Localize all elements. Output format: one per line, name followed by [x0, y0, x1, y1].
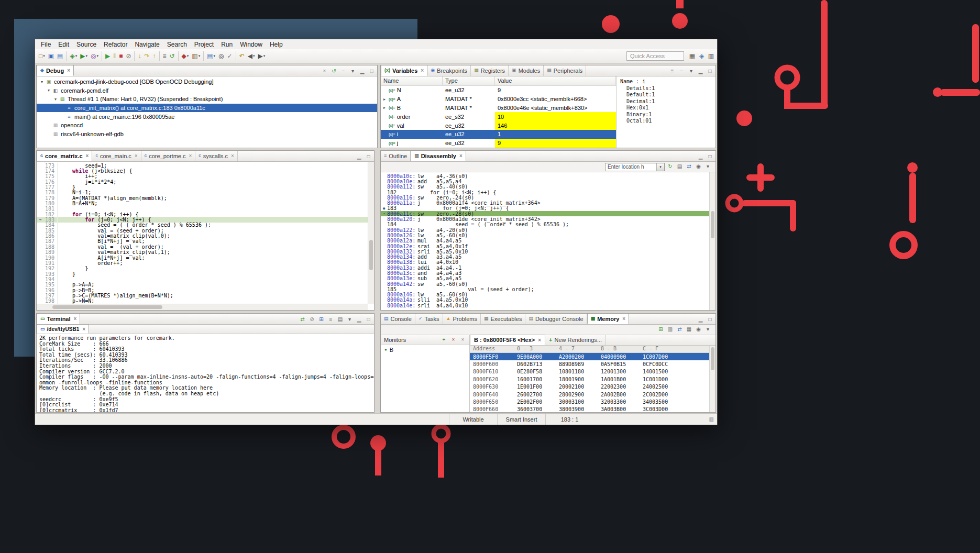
- disassembly-source-line[interactable]: 184 seed = ( ( order * seed ) % 65536 );: [381, 222, 709, 227]
- scrollbar-thumb[interactable]: [369, 240, 373, 270]
- tab-debugger-console[interactable]: ▤Debugger Console: [525, 313, 587, 324]
- disassembly-line[interactable]: 8000a122:lwa4,-20(s0): [381, 227, 709, 233]
- variable-row[interactable]: (x)=jee_u329: [381, 139, 616, 148]
- expander-icon[interactable]: ▾: [46, 88, 52, 93]
- menu-file[interactable]: File: [37, 40, 54, 49]
- code-line[interactable]: 181: [37, 206, 368, 212]
- memory-monitor-item[interactable]: ●B: [381, 345, 469, 354]
- new-c-file-button[interactable]: ▤▾: [205, 50, 217, 62]
- close-icon[interactable]: ×: [538, 337, 541, 343]
- restart-button[interactable]: ↺: [168, 50, 177, 62]
- variable-row[interactable]: (x)=orderee_s3210: [381, 112, 616, 121]
- tab-modules[interactable]: ▣Modules: [509, 65, 544, 76]
- chevron-down-icon[interactable]: ▾: [656, 163, 664, 171]
- variable-value-cell[interactable]: 10: [495, 112, 616, 121]
- view-menu-icon[interactable]: ▾: [346, 315, 354, 323]
- disassembly-line[interactable]: 8000a146:lwa5,-60(s0): [381, 292, 709, 297]
- close-icon[interactable]: ×: [231, 153, 234, 159]
- memory-cell[interactable]: D602B713: [514, 361, 556, 367]
- insert-mode-status[interactable]: Smart Insert: [497, 414, 545, 425]
- variable-row[interactable]: (x)=Nee_u329: [381, 86, 616, 95]
- tab-registers[interactable]: ▦Registers: [471, 65, 509, 76]
- variable-value-cell[interactable]: 146: [495, 121, 616, 130]
- memory-cell[interactable]: A2000200: [556, 354, 598, 360]
- code-line[interactable]: 185 val = (seed + order);: [37, 228, 368, 233]
- memory-cell[interactable]: 0E280F58: [514, 369, 556, 374]
- tab-core-main-c[interactable]: ccore_main.c×: [92, 150, 141, 161]
- code-line[interactable]: 193 }: [37, 271, 368, 276]
- new-terminal-icon[interactable]: ⊞: [317, 315, 325, 323]
- memory-cell[interactable]: 2A002B00: [598, 392, 640, 397]
- minimize-icon[interactable]: ▁: [697, 315, 704, 323]
- menu-source[interactable]: Source: [73, 40, 100, 49]
- editor-horizontal-scrollbar[interactable]: [37, 304, 368, 310]
- link-renderings-icon[interactable]: ⇄: [676, 325, 684, 333]
- disassembly-line[interactable]: 8000a13c:anda4,a4,a3: [381, 270, 709, 275]
- minimize-icon[interactable]: ▁: [355, 152, 363, 160]
- memory-cell[interactable]: 04000900: [598, 354, 640, 360]
- memory-cell[interactable]: 3C003D00: [640, 406, 681, 412]
- back-button[interactable]: ◀▾: [246, 50, 257, 62]
- expander-icon[interactable]: ▾: [52, 97, 59, 102]
- tab-debug[interactable]: ◈Debug×: [37, 65, 74, 76]
- disassembly-source-line[interactable]: 182 for (i=0; i<N; i++) {: [381, 190, 709, 195]
- code-line[interactable]: 174 while (j<blksize) {: [37, 168, 368, 173]
- debug-tree-item[interactable]: ▾◧coremark-pcmd.elf: [37, 86, 377, 95]
- disassembly-line[interactable]: 8000a12a:mula4,a4,a5: [381, 238, 709, 244]
- memory-cell[interactable]: 10801180: [556, 369, 598, 374]
- memory-cell[interactable]: 30003100: [556, 399, 598, 405]
- code-line[interactable]: 175 i++;: [37, 174, 368, 179]
- restart-process-icon[interactable]: ↺: [330, 67, 338, 75]
- code-line[interactable]: 194: [37, 276, 368, 282]
- scroll-lock-icon[interactable]: ≡: [327, 315, 335, 323]
- memory-cell[interactable]: 36003700: [514, 406, 556, 412]
- editor-vertical-scrollbar[interactable]: [368, 162, 374, 304]
- variable-row[interactable]: (x)=iee_u321: [381, 130, 616, 139]
- expander-icon[interactable]: ▸: [383, 97, 389, 102]
- memory-cell[interactable]: 0CFC0DCC: [640, 361, 681, 367]
- maximize-icon[interactable]: □: [368, 67, 376, 75]
- new-button[interactable]: □▾: [37, 50, 47, 62]
- menu-help[interactable]: Help: [266, 40, 287, 49]
- disassembly-line[interactable]: 8000a11a:j0x8000a1f4 <core_init_matrix+3…: [381, 200, 709, 205]
- column-header-value[interactable]: Value: [495, 76, 616, 85]
- close-icon[interactable]: ×: [82, 326, 85, 332]
- maximize-icon[interactable]: □: [706, 67, 714, 75]
- memory-cell[interactable]: 28002900: [556, 392, 598, 397]
- code-line[interactable]: →183 for (j=0; j<N; j++) {: [37, 217, 368, 222]
- code-line[interactable]: 187 B[i*N+j] = val;: [37, 239, 368, 244]
- close-icon[interactable]: ×: [86, 153, 89, 159]
- expander-icon[interactable]: ▾: [39, 80, 45, 84]
- external-tools-button[interactable]: ◆▾: [180, 50, 191, 62]
- column-header-type[interactable]: Type: [443, 76, 495, 85]
- show-source-icon[interactable]: ▤: [676, 162, 684, 170]
- disassembly-line[interactable]: 8000a14e:srlia4,a4,0x10: [381, 303, 709, 308]
- memory-cell[interactable]: 24002500: [640, 384, 681, 390]
- tab-breakpoints[interactable]: ◉Breakpoints: [427, 65, 471, 76]
- save-all-button[interactable]: ▤: [56, 50, 64, 62]
- disassembly-line[interactable]: 8000a138:luia4,0x10: [381, 260, 709, 265]
- terminate-button[interactable]: ■: [117, 50, 124, 62]
- variable-row[interactable]: ▸(x)=BMATDAT *0x8000e46e <static_memblk+…: [381, 104, 616, 113]
- collapse-all-icon[interactable]: −: [339, 67, 347, 75]
- memory-row[interactable]: 8000F6301E001F00200021002200230024002500: [470, 383, 709, 391]
- disassembly-line[interactable]: 8000a13a:addia4,a4,-1: [381, 265, 709, 270]
- resume-button[interactable]: ▶: [104, 50, 112, 62]
- source-editor[interactable]: 173 seed=1;174 while (j<blksize) {175 i+…: [37, 162, 374, 310]
- menu-window[interactable]: Window: [236, 40, 266, 49]
- disassembly-line[interactable]: 8000a12e:sraia5,a4,0x1f: [381, 244, 709, 249]
- menu-navigate[interactable]: Navigate: [131, 40, 163, 49]
- code-line[interactable]: 184 seed = ( ( order * seed ) % 65536 );: [37, 223, 368, 228]
- instruction-stepping-button[interactable]: ≡: [161, 50, 168, 62]
- variable-row[interactable]: ▸(x)=AMATDAT *0x8000e3cc <static_memblk+…: [381, 95, 616, 104]
- disassembly-vertical-scrollbar[interactable]: [709, 172, 715, 310]
- track-expression-icon[interactable]: ◉: [695, 162, 702, 170]
- maximize-icon[interactable]: □: [365, 152, 372, 160]
- terminal-output[interactable]: 2K performance run parameters for corema…: [37, 334, 374, 412]
- tab-problems[interactable]: ▲Problems: [443, 313, 481, 324]
- view-menu-icon[interactable]: ▾: [687, 67, 695, 75]
- tab-outline[interactable]: ≡Outline: [381, 150, 411, 161]
- code-line[interactable]: 180 B=A+N*N;: [37, 201, 368, 206]
- scrollbar-thumb[interactable]: [52, 305, 162, 309]
- maximize-icon[interactable]: □: [365, 315, 372, 323]
